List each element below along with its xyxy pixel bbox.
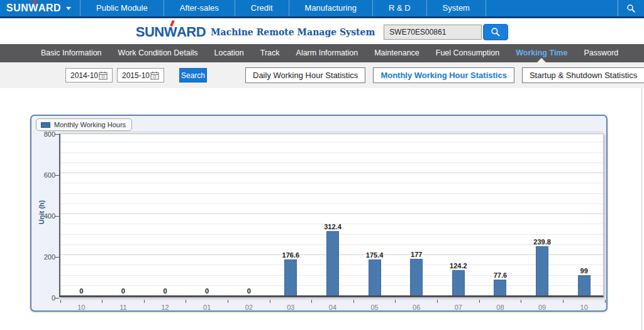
- x-tick-mark: [144, 300, 145, 303]
- toolbar: Search Daily Working Hour StatisticsMont…: [0, 62, 644, 88]
- x-tick-mark: [270, 300, 270, 303]
- tab-working-time[interactable]: Working Time: [508, 44, 575, 62]
- bar-value-label: 175.4: [354, 251, 396, 259]
- bar-value-label: 177: [396, 251, 437, 258]
- y-tick-mark: [55, 298, 59, 299]
- x-tick-mark: [563, 300, 564, 303]
- gridline: [60, 213, 603, 214]
- right-divider: [641, 88, 642, 330]
- gridline: [60, 193, 603, 194]
- gridline: [60, 152, 603, 153]
- sunward-logo-header: SUNWARD: [136, 24, 206, 40]
- x-tick-label: 12: [144, 304, 186, 311]
- calendar-icon[interactable]: [150, 71, 159, 80]
- x-tick-mark: [521, 300, 521, 303]
- chart-plot-area: 020040060080000000176.6312.4175.4177124.…: [59, 134, 604, 297]
- x-tick-label: 11: [103, 304, 145, 311]
- bar: [452, 270, 465, 295]
- y-tick-mark: [55, 134, 59, 135]
- date-to-field[interactable]: [117, 68, 164, 82]
- bar: [369, 259, 381, 295]
- x-tick-label: 03: [270, 304, 312, 311]
- calendar-icon[interactable]: [99, 71, 108, 80]
- sunward-logo: SUNWARD: [6, 3, 61, 14]
- legend-label: Monthly Working Hours: [54, 121, 126, 128]
- x-tick-label: 01: [186, 304, 228, 311]
- machine-search-button[interactable]: [483, 24, 508, 40]
- gridline: [60, 142, 603, 142]
- x-tick-label: 10: [563, 304, 605, 311]
- nav-item-credit[interactable]: Credit: [235, 0, 289, 16]
- daily-working-hour-statistics-button[interactable]: Daily Working Hour Statistics: [245, 67, 365, 83]
- tab-basic-information[interactable]: Basic Information: [33, 44, 110, 62]
- tab-alarm-information[interactable]: Alarm Information: [288, 44, 367, 62]
- x-tick-mark: [102, 300, 103, 303]
- bar: [494, 280, 506, 295]
- nav-item-after-sales[interactable]: After-sales: [164, 0, 235, 16]
- x-tick-label: 08: [479, 304, 521, 311]
- bar-value-label: 0: [145, 287, 186, 295]
- x-tick-mark: [395, 300, 396, 303]
- x-tick-mark: [228, 300, 228, 303]
- x-tick-label: 02: [228, 304, 270, 311]
- bar-value-label: 77.6: [479, 271, 521, 279]
- nav-item-manufacturing[interactable]: Manufacturing: [289, 0, 373, 16]
- x-tick-label: 05: [353, 304, 396, 311]
- nav-item-public-module[interactable]: Public Module: [80, 0, 164, 16]
- bar: [578, 275, 591, 295]
- bar: [536, 246, 548, 295]
- tab-password[interactable]: Password: [575, 44, 626, 62]
- tab-track[interactable]: Track: [252, 44, 288, 62]
- bar-value-label: 312.4: [312, 223, 353, 230]
- legend-swatch: [41, 122, 50, 128]
- top-nav-bar: SUNWARD Public ModuleAfter-salesCreditMa…: [0, 0, 644, 18]
- monthly-working-hour-statistics-button[interactable]: Monthly Working Hour Statistics: [373, 67, 514, 83]
- tab-work-condition-details[interactable]: Work Condition Details: [110, 44, 206, 62]
- date-from-field[interactable]: [65, 68, 113, 82]
- x-tick-label: 07: [438, 304, 480, 311]
- x-tick-mark: [479, 300, 480, 303]
- tab-maintenance[interactable]: Maintenance: [366, 44, 428, 62]
- bar-value-label: 0: [228, 287, 270, 295]
- y-tick-label: 200: [34, 253, 55, 261]
- x-tick-label: 04: [312, 304, 354, 311]
- tab-fuel-consumption[interactable]: Fuel Consumption: [428, 44, 508, 62]
- chart-panel: Monthly Working Hours Unit (h) 020040060…: [30, 115, 608, 312]
- startup-shutdown-statistics-button[interactable]: Startup & Shutdown Statistics: [522, 67, 644, 83]
- top-brand[interactable]: SUNWARD: [0, 0, 80, 16]
- bar-value-label: 0: [103, 287, 144, 295]
- y-tick-mark: [55, 257, 59, 258]
- nav-item-r-d[interactable]: R & D: [373, 0, 427, 16]
- page-header: SUNWARD Machine Remote Manage System: [0, 20, 644, 44]
- x-tick-mark: [311, 300, 312, 303]
- top-nav-items: Public ModuleAfter-salesCreditManufactur…: [80, 0, 486, 16]
- active-tab-arrow: [537, 58, 546, 62]
- bar: [326, 231, 339, 295]
- date-to-input[interactable]: [118, 71, 150, 80]
- y-tick-label: 400: [34, 212, 55, 220]
- bar: [284, 259, 297, 295]
- search-button[interactable]: Search: [179, 68, 207, 82]
- tab-location[interactable]: Location: [206, 44, 252, 62]
- date-from-input[interactable]: [66, 71, 99, 80]
- bar-value-label: 99: [564, 267, 605, 275]
- search-icon: [626, 4, 636, 13]
- chevron-down-icon[interactable]: [66, 7, 71, 10]
- x-tick-mark: [605, 300, 606, 303]
- machine-id-input[interactable]: [384, 25, 482, 40]
- gridline: [60, 173, 603, 173]
- y-tick-label: 800: [34, 130, 55, 138]
- x-tick-mark: [437, 300, 438, 303]
- x-tick-label: 06: [396, 304, 438, 311]
- statistics-button-group: Daily Working Hour StatisticsMonthly Wor…: [245, 67, 644, 83]
- bar-value-label: 124.2: [438, 262, 479, 270]
- search-icon: [491, 27, 501, 37]
- nav-item-system[interactable]: System: [427, 0, 486, 16]
- top-search-button[interactable]: [618, 0, 644, 16]
- x-tick-label: 09: [521, 304, 564, 311]
- x-tick-mark: [353, 300, 354, 303]
- gridline: [60, 132, 603, 132]
- bar: [410, 259, 423, 295]
- bar-value-label: 0: [186, 287, 228, 295]
- y-tick-label: 600: [34, 171, 55, 179]
